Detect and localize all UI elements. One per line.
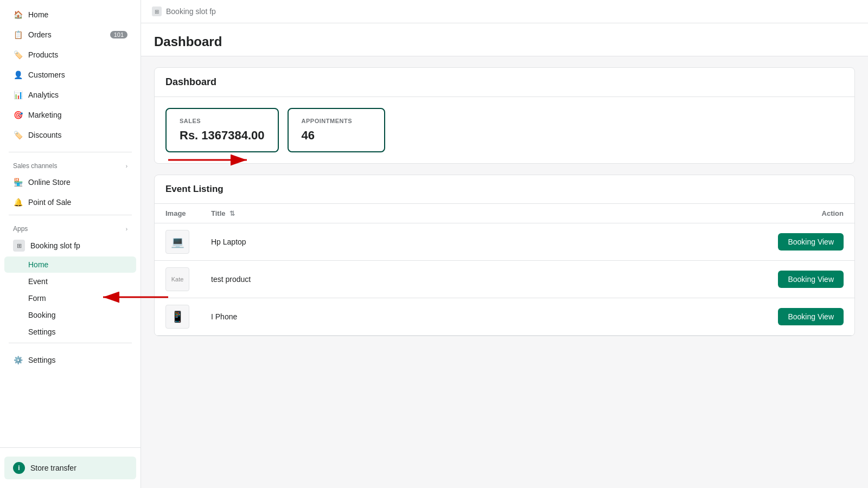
sidebar-item-settings[interactable]: ⚙️ Settings — [4, 350, 136, 370]
sidebar-item-online-store[interactable]: 🏪 Online Store — [4, 172, 136, 192]
home-icon: 🏠 — [13, 10, 23, 20]
channels-divider — [9, 215, 132, 215]
store-transfer-icon: i — [13, 462, 25, 474]
chevron-right-icon: › — [126, 163, 127, 169]
event-listing-card: Event Listing Image Title ⇅ Action — [154, 175, 855, 336]
sidebar: 🏠 Home 📋 Orders 101 🏷️ Products 👤 Custom… — [0, 0, 141, 488]
sidebar-item-point-of-sale[interactable]: 🔔 Point of Sale — [4, 192, 136, 212]
sidebar-item-home[interactable]: 🏠 Home — [4, 5, 136, 24]
online-store-icon: 🏪 — [13, 177, 23, 187]
main-nav: 🏠 Home 📋 Orders 101 🏷️ Products 👤 Custom… — [0, 0, 141, 150]
table-cell-title: test product — [200, 261, 471, 298]
event-listing-title: Event Listing — [155, 175, 854, 203]
table-cell-image: 📱 — [155, 298, 200, 336]
sub-item-label: Home — [28, 260, 48, 269]
topbar-app-icon: ⊞ — [152, 7, 162, 16]
booking-view-button[interactable]: Booking View — [778, 271, 844, 288]
sidebar-item-discounts[interactable]: 🏷️ Discounts — [4, 125, 136, 145]
analytics-icon: 📊 — [13, 90, 23, 100]
topbar-breadcrumb: Booking slot fp — [166, 7, 216, 16]
sidebar-item-orders[interactable]: 📋 Orders 101 — [4, 25, 136, 44]
app-icon: ⊞ — [13, 240, 25, 252]
app-name-label: Booking slot fp — [30, 241, 80, 250]
products-icon: 🏷️ — [13, 50, 23, 60]
store-transfer-row[interactable]: i Store transfer — [4, 457, 136, 479]
customers-icon: 👤 — [13, 70, 23, 80]
booking-view-button[interactable]: Booking View — [778, 233, 844, 251]
marketing-icon: 🎯 — [13, 110, 23, 120]
main-content: ⊞ Booking slot fp Dashboard Dashboard SA… — [141, 0, 868, 488]
col-title: Title ⇅ — [200, 204, 471, 223]
sub-item-label: Event — [28, 277, 48, 286]
sales-stat-label: SALES — [180, 118, 265, 124]
app-name-row: ⊞ Booking slot fp — [4, 235, 136, 256]
page-header: Dashboard — [141, 23, 868, 56]
sidebar-item-label: Point of Sale — [28, 198, 71, 207]
orders-icon: 📋 — [13, 30, 23, 40]
sidebar-item-label: Online Store — [28, 178, 71, 187]
sidebar-item-label: Marketing — [28, 111, 61, 119]
sidebar-item-label: Home — [28, 10, 48, 19]
dashboard-stats-card: Dashboard SALES Rs. 1367384.00 APPOINTME… — [154, 67, 855, 164]
sidebar-bottom: i Store transfer — [0, 447, 141, 488]
sidebar-item-label: Analytics — [28, 91, 59, 99]
table-cell-title: Hp Laptop — [200, 223, 471, 261]
table-row: 💻 Hp Laptop Booking View — [155, 223, 854, 261]
product-thumbnail: Kate — [165, 267, 189, 291]
sales-channels-section: Sales channels › 🏪 Online Store 🔔 Point … — [0, 155, 141, 213]
product-thumbnail: 📱 — [165, 305, 189, 329]
sort-icon: ⇅ — [229, 210, 235, 217]
apps-divider — [9, 343, 132, 343]
appointments-stat-box: APPOINTMENTS 46 — [288, 108, 385, 152]
sidebar-item-products[interactable]: 🏷️ Products — [4, 45, 136, 65]
event-table: Image Title ⇅ Action 💻 — [155, 203, 854, 336]
sidebar-item-label: Products — [28, 50, 58, 59]
stats-row: SALES Rs. 1367384.00 APPOINTMENTS 46 — [155, 97, 854, 163]
sidebar-item-marketing[interactable]: 🎯 Marketing — [4, 105, 136, 125]
table-cell-action: Booking View — [471, 261, 854, 298]
table-cell-action: Booking View — [471, 298, 854, 336]
sales-stat-value: Rs. 1367384.00 — [180, 129, 265, 143]
sub-item-label: Settings — [28, 328, 56, 336]
settings-icon: ⚙️ — [13, 355, 23, 365]
top-bar: ⊞ Booking slot fp — [141, 0, 868, 23]
app-sub-item-booking[interactable]: Booking — [4, 307, 136, 323]
appointments-stat-value: 46 — [302, 129, 371, 143]
sales-channels-label: Sales channels › — [0, 155, 141, 172]
col-action: Action — [471, 204, 854, 223]
appointments-stat-label: APPOINTMENTS — [302, 118, 371, 124]
sidebar-item-label: Settings — [28, 356, 56, 364]
app-sub-item-home[interactable]: Home — [4, 256, 136, 273]
dashboard-section-title: Dashboard — [155, 68, 854, 97]
orders-badge: 101 — [110, 31, 127, 38]
sub-item-label: Booking — [28, 311, 56, 319]
apps-section: Apps › ⊞ Booking slot fp Home Event Form… — [0, 217, 141, 341]
sidebar-item-customers[interactable]: 👤 Customers — [4, 65, 136, 85]
page-title: Dashboard — [154, 34, 855, 49]
product-thumbnail: 💻 — [165, 230, 189, 254]
app-sub-item-settings[interactable]: Settings — [4, 324, 136, 340]
content-area: Dashboard SALES Rs. 1367384.00 APPOINTME… — [141, 56, 868, 488]
app-sub-item-event[interactable]: Event — [4, 273, 136, 290]
table-row: Kate test product Booking View — [155, 261, 854, 298]
chevron-right-icon-apps: › — [126, 226, 127, 232]
nav-divider — [9, 152, 132, 152]
settings-nav: ⚙️ Settings — [0, 345, 141, 375]
sidebar-item-label: Discounts — [28, 131, 61, 139]
table-cell-title: I Phone — [200, 298, 471, 336]
col-image: Image — [155, 204, 200, 223]
point-of-sale-icon: 🔔 — [13, 197, 23, 207]
app-sub-item-form[interactable]: Form — [4, 290, 136, 306]
table-cell-image: Kate — [155, 261, 200, 298]
sidebar-item-label: Orders — [28, 30, 52, 39]
sales-stat-box: SALES Rs. 1367384.00 — [165, 108, 279, 152]
booking-view-button[interactable]: Booking View — [778, 308, 844, 325]
discounts-icon: 🏷️ — [13, 130, 23, 140]
store-transfer-label: Store transfer — [30, 464, 76, 472]
apps-label: Apps › — [0, 217, 141, 235]
sidebar-item-label: Customers — [28, 70, 65, 79]
table-row: 📱 I Phone Booking View — [155, 298, 854, 336]
sidebar-item-analytics[interactable]: 📊 Analytics — [4, 85, 136, 105]
sub-item-label: Form — [28, 294, 46, 303]
table-cell-action: Booking View — [471, 223, 854, 261]
